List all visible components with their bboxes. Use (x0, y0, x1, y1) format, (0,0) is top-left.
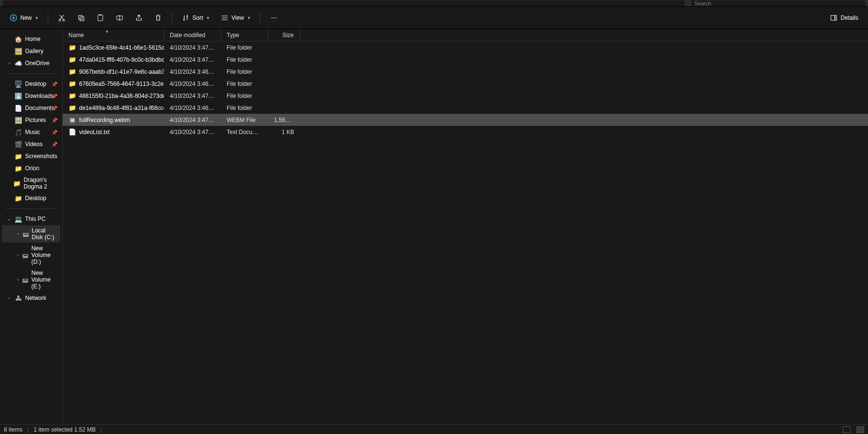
new-icon (10, 14, 17, 22)
separator (172, 12, 172, 24)
svg-rect-3 (79, 15, 82, 19)
divider (5, 208, 57, 209)
svg-rect-8 (831, 15, 835, 20)
folder-icon: 📁 (68, 44, 76, 52)
view-label: View (231, 14, 244, 21)
column-header-name[interactable]: Name ▲ (63, 29, 164, 41)
paste-button[interactable] (92, 11, 109, 25)
nav-quick-item[interactable]: 📁Desktop (2, 192, 60, 204)
delete-button[interactable] (149, 11, 167, 25)
file-date: 4/10/2024 3:47 PM (164, 56, 221, 63)
file-list-pane: Name ▲ Date modified Type Size 📁1ad5c3ce… (63, 29, 868, 424)
sort-label: Sort (192, 14, 203, 21)
collapse-icon[interactable]: ⌄ (7, 217, 12, 221)
drive-icon: 🖴 (22, 276, 28, 284)
file-date: 4/10/2024 3:47 PM (164, 117, 221, 123)
copy-button[interactable] (72, 11, 90, 25)
expand-icon[interactable]: › (7, 296, 12, 300)
sort-icon (182, 14, 190, 22)
nav-quick-item[interactable]: 🎵Music📌 (2, 126, 60, 138)
nav-quick-item[interactable]: 🖼️Pictures📌 (2, 114, 60, 126)
nav-onedrive[interactable]: ›☁️ OneDrive (2, 57, 60, 69)
file-row[interactable]: 📁47da0415-fff6-407b-9c0c-b3bdbd834cb4 4/… (63, 54, 868, 66)
nav-network[interactable]: ›🖧 Network (2, 292, 60, 304)
nav-gallery[interactable]: 🖼️ Gallery (2, 45, 60, 57)
cut-button[interactable] (53, 11, 70, 25)
file-name: videoList.txt (79, 129, 109, 136)
nav-drive-item[interactable]: ›🖴New Volume (E:) (2, 268, 60, 292)
separator: | (27, 426, 29, 433)
file-name: 47da0415-fff6-407b-9c0c-b3bdbd834cb4 (79, 56, 164, 63)
file-date: 4/10/2024 3:46 PM (164, 68, 221, 75)
breadcrumb[interactable] (3, 0, 685, 6)
nav-label: New Volume (D:) (31, 245, 57, 265)
sort-button[interactable]: Sort ▾ (177, 11, 214, 25)
nav-quick-item[interactable]: 📁Dragon's Dogma 2 (2, 175, 60, 192)
nav-label: Local Disk (C:) (32, 227, 57, 241)
home-icon: 🏠 (14, 35, 22, 43)
expand-icon[interactable]: › (16, 253, 19, 258)
file-size: 1 KB (268, 129, 300, 136)
nav-label: This PC (25, 216, 46, 222)
nav-this-pc[interactable]: ⌄💻 This PC (2, 213, 60, 225)
details-icon (830, 14, 838, 22)
column-header-size[interactable]: Size (268, 29, 300, 41)
pin-icon: 📌 (52, 94, 57, 99)
nav-label: Videos (25, 141, 42, 148)
view-mode-details[interactable] (856, 426, 864, 433)
file-row[interactable]: 📄videoList.txt 4/10/2024 3:47 PM Text Do… (63, 126, 868, 138)
expand-icon[interactable]: › (7, 61, 12, 66)
column-header-date[interactable]: Date modified (164, 29, 221, 41)
folder-icon: 📁 (68, 80, 76, 88)
share-button[interactable] (130, 11, 148, 25)
folder-icon: 📁 (68, 92, 76, 100)
onedrive-icon: ☁️ (14, 59, 22, 67)
nav-quick-item[interactable]: 📄Documents📌 (2, 102, 60, 114)
view-mode-thumbnails[interactable] (843, 426, 851, 433)
file-date: 4/10/2024 3:46 PM (164, 105, 221, 111)
nav-quick-item[interactable]: 📁Orion (2, 163, 60, 174)
file-type: File folder (221, 93, 268, 99)
nav-quick-item[interactable]: 🖥️Desktop📌 (2, 78, 60, 90)
expand-icon[interactable]: › (16, 231, 20, 236)
network-icon: 🖧 (14, 294, 22, 302)
details-button[interactable]: Details (825, 11, 863, 25)
file-row[interactable]: 📁1ad5c3ce-65fe-4c41-b6e1-5615de16321a 4/… (63, 41, 868, 54)
delete-icon (154, 14, 162, 22)
svg-rect-6 (99, 14, 101, 15)
file-row[interactable]: ▣fullRecording.webm 4/10/2024 3:47 PM WE… (63, 114, 868, 126)
more-button[interactable]: ⋯ (265, 11, 283, 25)
nav-quick-item[interactable]: 📁Screenshots (2, 150, 60, 162)
file-row[interactable]: 📁de1e489a-9c48-4f81-a31a-f68cc4aa01d5 4/… (63, 102, 868, 114)
file-row[interactable]: 📁488155f0-21ba-4a36-804d-273de55c1872 4/… (63, 90, 868, 102)
toolbar: New ▾ Sort ▾ View ▾ ⋯ Details (0, 7, 868, 29)
file-rows[interactable]: 📁1ad5c3ce-65fe-4c41-b6e1-5615de16321a 4/… (63, 41, 868, 424)
status-item-count: 8 items (4, 426, 23, 433)
rename-button[interactable] (111, 11, 128, 25)
file-row[interactable]: 📁9067bebb-df1c-41e7-9e8c-aaab39bbb0a8 4/… (63, 66, 868, 78)
nav-drive-item[interactable]: ›🖴New Volume (D:) (2, 243, 60, 267)
new-button[interactable]: New ▾ (5, 11, 43, 25)
nav-quick-item[interactable]: ⬇️Downloads📌 (2, 90, 60, 102)
svg-rect-5 (98, 15, 103, 21)
pin-icon: 📌 (52, 130, 57, 135)
svg-rect-4 (80, 17, 84, 21)
nav-drive-item[interactable]: ›🖴Local Disk (C:) (2, 225, 60, 243)
divider (5, 73, 57, 74)
column-label: Date modified (170, 32, 205, 39)
expand-icon[interactable]: › (16, 277, 19, 282)
folder-icon: 🖼️ (14, 116, 22, 124)
nav-home[interactable]: 🏠 Home (2, 33, 60, 45)
column-header-type[interactable]: Type (221, 29, 268, 41)
pin-icon: 📌 (52, 142, 57, 147)
pin-icon: 📌 (52, 118, 57, 123)
file-row[interactable]: 📁67605ea5-7566-4647-9113-3c2e9b5c8848 4/… (63, 78, 868, 90)
nav-quick-item[interactable]: 🎬Videos📌 (2, 138, 60, 150)
search-input[interactable]: Search (692, 0, 865, 6)
status-selection: 1 item selected 1.52 MB (34, 426, 96, 433)
rename-icon (116, 14, 123, 22)
file-type: File folder (221, 68, 268, 75)
status-bar: 8 items | 1 item selected 1.52 MB | (0, 424, 868, 434)
navigation-pane: 🏠 Home 🖼️ Gallery ›☁️ OneDrive 🖥️Desktop… (0, 29, 63, 424)
view-button[interactable]: View ▾ (216, 11, 255, 25)
